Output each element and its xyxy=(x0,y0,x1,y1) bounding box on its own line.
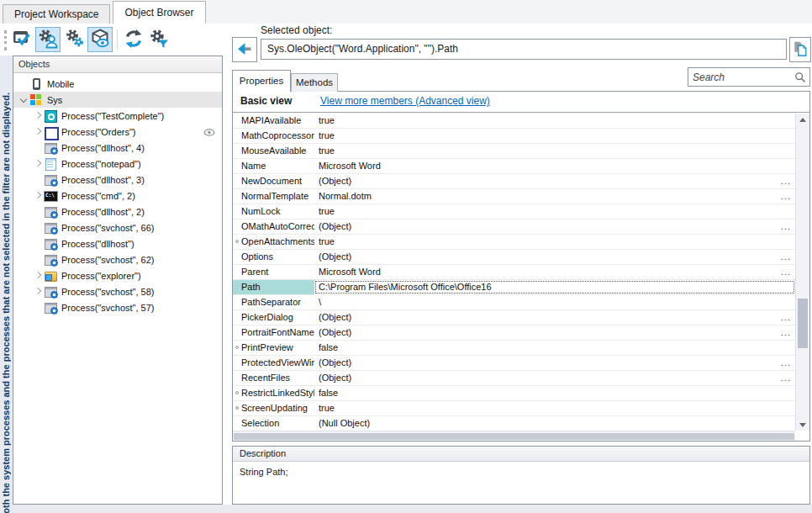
chevron-icon[interactable] xyxy=(31,205,44,218)
chevron-icon[interactable] xyxy=(31,157,44,170)
property-row[interactable]: Options (Object) xyxy=(233,250,795,265)
tab-properties[interactable]: Properties xyxy=(232,70,291,92)
tree-item[interactable]: Process("svchost", 62) xyxy=(13,251,222,267)
toolbar-grip[interactable] xyxy=(4,30,7,50)
chevron-icon[interactable] xyxy=(31,109,44,122)
property-row[interactable]: RecentFiles (Object) xyxy=(233,371,795,386)
property-row[interactable]: OpenAttachmentsInFull true xyxy=(233,235,795,250)
horizontal-scrollbar[interactable] xyxy=(233,431,795,441)
ellipsis-button[interactable] xyxy=(781,250,791,264)
property-row[interactable]: ScreenUpdating true xyxy=(233,401,795,416)
scroll-down-arrow[interactable] xyxy=(796,419,809,431)
settings-button[interactable] xyxy=(62,27,87,52)
filter-button[interactable] xyxy=(146,27,171,52)
property-value[interactable]: true xyxy=(314,235,795,249)
property-value[interactable]: (Object) xyxy=(314,219,795,234)
chevron-icon[interactable] xyxy=(31,125,44,138)
tab-project-workspace[interactable]: Project Workspace xyxy=(3,4,110,24)
chevron-icon[interactable] xyxy=(31,285,44,298)
property-row[interactable]: OMathAutoCorrect (Object) xyxy=(233,219,795,235)
tree-item[interactable]: Sys xyxy=(13,92,222,108)
property-value[interactable]: false xyxy=(314,341,795,355)
property-value[interactable]: (Null Object) xyxy=(314,416,795,431)
property-value[interactable]: false xyxy=(314,386,795,400)
property-value[interactable]: (Object) xyxy=(314,310,795,325)
highlight-object-button[interactable] xyxy=(10,27,35,52)
ellipsis-button[interactable] xyxy=(781,325,791,340)
chevron-icon[interactable] xyxy=(17,77,29,90)
property-value[interactable]: (Object) xyxy=(314,174,795,188)
property-row[interactable]: PortraitFontNames (Object) xyxy=(233,325,795,341)
property-value[interactable]: true xyxy=(314,401,795,415)
ellipsis-button[interactable] xyxy=(781,371,791,385)
eye-icon[interactable] xyxy=(203,128,215,138)
ellipsis-button[interactable] xyxy=(781,219,791,234)
tree-item[interactable]: Process("explorer") xyxy=(13,267,222,283)
property-row[interactable]: PathSeparator \ xyxy=(233,295,795,310)
chevron-icon[interactable] xyxy=(31,237,44,250)
search-input[interactable] xyxy=(693,69,792,85)
scrollbar-thumb[interactable] xyxy=(798,299,808,348)
property-row[interactable]: MAPIAvailable true xyxy=(233,114,795,129)
copy-button[interactable] xyxy=(789,37,811,62)
tree-item[interactable]: Process("notepad") xyxy=(13,156,222,172)
tree-item[interactable]: Process("svchost", 66) xyxy=(13,219,222,235)
back-button[interactable] xyxy=(232,37,257,62)
property-row[interactable]: Path C:\Program Files\Microsoft Office\O… xyxy=(233,280,795,295)
chevron-icon[interactable] xyxy=(31,173,44,186)
ellipsis-button[interactable] xyxy=(781,174,791,188)
chevron-icon[interactable] xyxy=(31,141,44,154)
property-value[interactable]: (Object) xyxy=(314,325,795,340)
tree-item[interactable]: Process("dllhost") xyxy=(13,235,222,251)
property-value[interactable]: Microsoft Word xyxy=(314,265,795,279)
property-value[interactable]: (Object) xyxy=(314,250,795,264)
ellipsis-button[interactable] xyxy=(781,356,791,370)
property-value[interactable]: true xyxy=(314,144,795,158)
property-row[interactable]: Selection (Null Object) xyxy=(233,416,795,431)
chevron-icon[interactable] xyxy=(31,253,44,266)
ellipsis-button[interactable] xyxy=(781,310,791,325)
tab-object-browser[interactable]: Object Browser xyxy=(113,1,205,24)
tree-item[interactable]: Process("TestComplete") xyxy=(13,108,222,124)
tree-item[interactable]: Process("Orders") xyxy=(13,124,222,140)
property-row[interactable]: MouseAvailable true xyxy=(233,144,795,159)
tree-item[interactable]: Process("dllhost", 2) xyxy=(13,204,222,219)
property-row[interactable]: NewDocument (Object) xyxy=(233,174,795,189)
property-row[interactable]: NormalTemplate Normal.dotm xyxy=(233,189,795,204)
property-row[interactable]: PrintPreview false xyxy=(233,341,795,356)
property-value[interactable]: C:\Program Files\Microsoft Office\Office… xyxy=(314,280,795,294)
property-value[interactable]: true xyxy=(314,114,795,128)
tree-item[interactable]: Process("svchost", 58) xyxy=(13,283,222,299)
property-row[interactable]: Name Microsoft Word xyxy=(233,159,795,174)
refresh-button[interactable] xyxy=(121,27,146,52)
tree-item[interactable]: Mobile xyxy=(13,76,222,92)
advanced-view-link[interactable]: View more members (Advanced view) xyxy=(320,95,490,107)
property-row[interactable]: PickerDialog (Object) xyxy=(233,310,795,325)
property-value[interactable]: (Object) xyxy=(314,371,795,385)
ellipsis-button[interactable] xyxy=(781,189,791,204)
property-row[interactable]: Parent Microsoft Word xyxy=(233,265,795,280)
vertical-scrollbar[interactable] xyxy=(795,114,809,431)
show-object-button[interactable] xyxy=(87,27,113,52)
tree-item[interactable]: Process("dllhost", 4) xyxy=(13,140,222,156)
tree-item[interactable]: Process("cmd", 2) xyxy=(13,188,222,204)
selected-object-value[interactable]: Sys.OleObject("Word.Application", "").Pa… xyxy=(261,39,787,60)
tree-item[interactable]: Process("svchost", 57) xyxy=(13,299,222,315)
property-value[interactable]: (Object) xyxy=(314,356,795,370)
property-value[interactable]: Normal.dotm xyxy=(314,189,795,204)
scroll-up-arrow[interactable] xyxy=(796,114,809,125)
chevron-icon[interactable] xyxy=(17,93,29,106)
tree-item[interactable]: Process("dllhost", 3) xyxy=(13,172,222,188)
property-value[interactable]: Microsoft Word xyxy=(314,159,795,173)
chevron-icon[interactable] xyxy=(31,221,44,234)
chevron-icon[interactable] xyxy=(31,269,44,282)
property-row[interactable]: NumLock true xyxy=(233,204,795,219)
property-value[interactable]: true xyxy=(314,129,795,143)
horizontal-scrollbar-thumb[interactable] xyxy=(234,433,794,440)
property-row[interactable]: RestrictLinkedStyles false xyxy=(233,386,795,401)
property-value[interactable]: true xyxy=(314,204,795,219)
ellipsis-button[interactable] xyxy=(781,265,791,279)
property-value[interactable]: \ xyxy=(314,295,795,309)
chevron-icon[interactable] xyxy=(31,301,44,314)
chevron-icon[interactable] xyxy=(31,189,44,202)
